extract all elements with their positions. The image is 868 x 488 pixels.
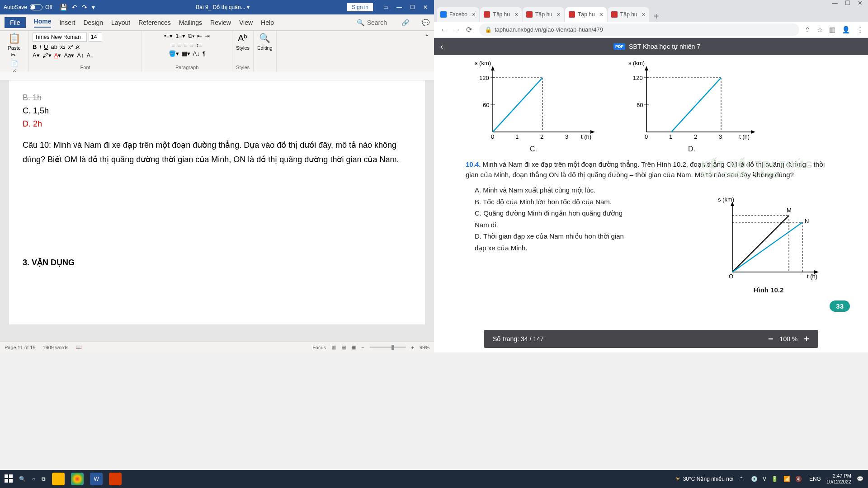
tab-file[interactable]: File (5, 17, 26, 28)
close-tab-icon[interactable]: × (472, 11, 476, 18)
task-view-icon[interactable]: ⧉ (42, 476, 46, 482)
document-title[interactable]: Bài 9_ Đồ thị quãn... ▾ (99, 4, 347, 10)
file-explorer-icon[interactable] (52, 473, 65, 485)
bold-button[interactable]: B (33, 43, 37, 50)
tab-mailings[interactable]: Mailings (179, 19, 202, 26)
minimize-icon[interactable]: — (396, 4, 402, 10)
close-tab-icon[interactable]: × (557, 11, 561, 18)
copy-icon[interactable]: 📄 (11, 60, 18, 67)
font-color-icon[interactable]: A▾ (54, 52, 61, 59)
reload-icon[interactable]: ⟳ (466, 26, 472, 33)
tray-icon[interactable]: 💿 (751, 476, 758, 482)
profile-icon[interactable]: 👤 (842, 26, 850, 34)
cut-icon[interactable]: ✂ (11, 52, 18, 58)
toggle-icon[interactable] (30, 4, 42, 10)
align-left-icon[interactable]: ≡ (171, 42, 175, 48)
justify-icon[interactable]: ≡ (190, 42, 193, 48)
collapse-ribbon-icon[interactable]: ⌃ (420, 31, 434, 72)
bookmark-icon[interactable]: ☆ (817, 26, 823, 34)
tab-help[interactable]: Help (261, 19, 274, 26)
battery-icon[interactable]: 🔋 (771, 476, 778, 482)
focus-mode[interactable]: Focus (312, 345, 326, 350)
find-icon[interactable]: 🔍 (259, 33, 270, 43)
chevron-up-icon[interactable]: ⌃ (739, 476, 744, 482)
superscript-button[interactable]: x² (68, 43, 73, 50)
align-center-icon[interactable]: ≡ (178, 42, 181, 48)
tab-taphuan-4[interactable]: Tập hu× (608, 7, 649, 22)
highlight-icon[interactable]: 🖍▾ (42, 52, 52, 59)
print-layout-icon[interactable]: ▤ (341, 344, 346, 350)
weather-widget[interactable]: ☀ 30°C Nắng nhiều nơi (675, 476, 734, 482)
numbering-icon[interactable]: 1≡▾ (175, 33, 185, 40)
app-icon[interactable] (109, 473, 122, 485)
undo-icon[interactable]: ↶ (72, 4, 77, 11)
ruler[interactable] (0, 72, 434, 80)
tab-references[interactable]: References (138, 19, 171, 26)
subscript-button[interactable]: x₂ (60, 43, 66, 50)
zoom-out-icon[interactable]: − (361, 345, 364, 350)
new-tab-button[interactable]: + (650, 11, 663, 22)
document-area[interactable]: B. 1h C. 1,5h D. 2h Câu 10: Minh và Nam … (0, 80, 434, 342)
zoom-in-button[interactable]: + (804, 334, 809, 344)
italic-button[interactable]: I (39, 43, 41, 50)
spellcheck-icon[interactable]: 📖 (75, 344, 82, 350)
zoom-value[interactable]: 99% (420, 345, 429, 350)
tab-insert[interactable]: Insert (59, 19, 75, 26)
menu-icon[interactable]: ⋮ (857, 26, 863, 34)
autosave-toggle[interactable]: AutoSave Off (0, 4, 56, 10)
bullets-icon[interactable]: •≡▾ (164, 33, 173, 40)
sidepanel-icon[interactable]: ▥ (829, 26, 835, 34)
tab-taphuan-2[interactable]: Tập hu× (523, 7, 564, 22)
wifi-icon[interactable]: 📶 (783, 476, 790, 482)
signin-button[interactable]: Sign in (347, 3, 373, 12)
back-icon[interactable]: ← (440, 26, 448, 33)
tab-review[interactable]: Review (210, 19, 231, 26)
show-marks-icon[interactable]: ¶ (203, 50, 206, 57)
tab-layout[interactable]: Layout (111, 19, 130, 26)
tab-taphuan-1[interactable]: Tập hu× (480, 7, 522, 22)
close-tab-icon[interactable]: × (599, 11, 603, 18)
shrink-font-icon[interactable]: A↓ (87, 52, 94, 59)
clear-format-icon[interactable]: A̷ (75, 43, 80, 50)
save-icon[interactable]: 💾 (60, 4, 67, 11)
zoom-slider[interactable] (370, 347, 406, 348)
address-bar[interactable]: 🔒 taphuan.nxbgd.vn/giao-vien/tap-huan/47… (479, 23, 799, 36)
search-icon[interactable]: 🔍 (19, 476, 26, 482)
language-indicator[interactable]: ENG (809, 476, 821, 482)
paste-icon[interactable]: 📋 (8, 33, 20, 44)
font-size-input[interactable] (89, 33, 102, 42)
zoom-in-icon[interactable]: + (411, 345, 414, 350)
page[interactable]: B. 1h C. 1,5h D. 2h Câu 10: Minh và Nam … (9, 80, 425, 324)
forward-icon[interactable]: → (453, 26, 460, 33)
word-count[interactable]: 1909 words (43, 345, 69, 350)
search-box[interactable]: 🔍 Search (357, 19, 387, 26)
volume-icon[interactable]: 🔇 (795, 476, 802, 482)
font-name-input[interactable] (33, 33, 87, 42)
grow-font-icon[interactable]: A↑ (77, 52, 84, 59)
pages-value[interactable]: 34 / 147 (521, 335, 544, 343)
styles-icon[interactable]: Aᵇ (238, 33, 248, 43)
clock[interactable]: 2:47 PM 10/12/2022 (826, 473, 851, 485)
strike-button[interactable]: ab (51, 43, 57, 50)
tab-facebook[interactable]: Facebo× (437, 7, 479, 22)
comments-icon[interactable]: 💬 (422, 19, 429, 26)
line-spacing-icon[interactable]: ↕≡ (196, 42, 203, 48)
multilevel-icon[interactable]: ⧉▾ (188, 33, 194, 40)
close-tab-icon[interactable]: × (514, 11, 518, 18)
change-case-icon[interactable]: Aa▾ (64, 52, 74, 59)
start-button[interactable] (5, 474, 13, 484)
tab-view[interactable]: View (239, 19, 253, 26)
share-icon[interactable]: 🔗 (401, 19, 409, 26)
align-right-icon[interactable]: ≡ (184, 42, 188, 48)
page-indicator[interactable]: Page 11 of 19 (5, 345, 36, 350)
shading-icon[interactable]: 🪣▾ (169, 50, 179, 57)
tab-design[interactable]: Design (83, 19, 103, 26)
underline-button[interactable]: U (44, 43, 48, 50)
maximize-icon[interactable]: ☐ (410, 4, 415, 10)
redo-icon[interactable]: ↷ (82, 4, 87, 11)
word-icon[interactable]: W (90, 473, 103, 485)
cortana-icon[interactable]: ○ (32, 476, 35, 482)
share-icon[interactable]: ⇪ (805, 26, 811, 34)
pdf-back-icon[interactable]: ‹ (440, 42, 443, 52)
pdf-content[interactable]: KẾT NỐI TRI THỨC VỚI CUỘC SỐNG s (km) 12… (434, 55, 868, 352)
